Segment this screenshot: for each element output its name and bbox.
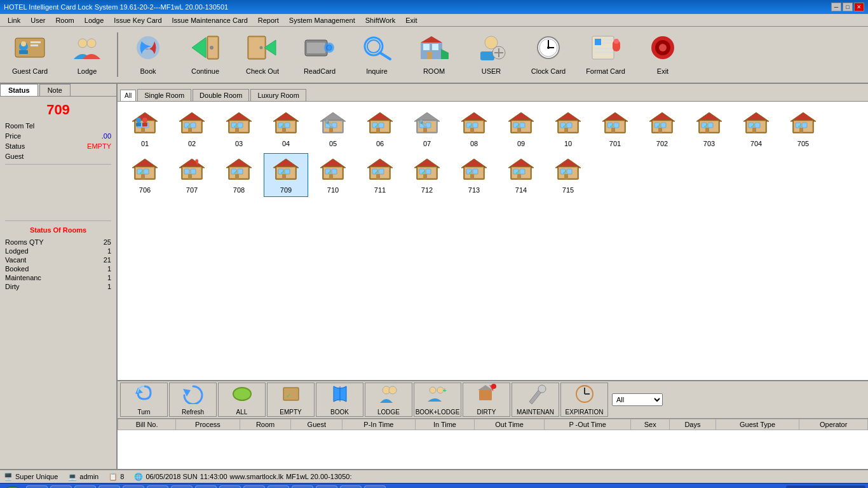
menu-item-issue-maintenance-card[interactable]: Issue Maintenance Card xyxy=(167,16,253,25)
bottom-btn-all[interactable]: ALL xyxy=(218,383,266,417)
filter-tab-double-room[interactable]: Double Room xyxy=(193,89,249,101)
bottom-btn-refresh[interactable]: Refresh xyxy=(169,383,217,417)
bottom-btn-turn[interactable]: Turn xyxy=(120,383,168,417)
menu-item-report[interactable]: Report xyxy=(253,16,284,25)
toolbar-icon-exit xyxy=(647,35,679,66)
room-number-05: 05 xyxy=(329,140,337,147)
toolbar-icon-continue xyxy=(189,35,221,66)
bottom-btn-maintenance[interactable]: MAINTENAN xyxy=(512,383,559,417)
bottom-btn-book[interactable]: BOOK xyxy=(316,383,363,417)
room-cell-707[interactable]: 707 xyxy=(170,153,214,197)
taskbar-app-app2[interactable]: 🟡 xyxy=(364,485,386,489)
toolbar-btn-user[interactable]: USER xyxy=(463,29,520,81)
status-icon1: 🖥️ xyxy=(4,473,13,481)
room-cell-711[interactable]: ✓ 711 xyxy=(358,153,402,197)
menu-item-system-management[interactable]: System Management xyxy=(284,16,360,25)
room-cell-703[interactable]: ✓ 703 xyxy=(687,107,731,151)
room-cell-05[interactable]: 🔧 05 xyxy=(311,107,355,151)
room-cell-710[interactable]: ✓ 710 xyxy=(311,153,355,197)
taskbar-app-explorer[interactable]: 📁 xyxy=(26,485,48,489)
svg-rect-5 xyxy=(19,50,28,54)
room-cell-09[interactable]: ✓ 09 xyxy=(499,107,543,151)
bottom-btn-expiration[interactable]: EXPIRATION xyxy=(560,383,608,417)
close-button[interactable]: ✕ xyxy=(854,3,864,11)
tab-status[interactable]: Status xyxy=(0,84,38,96)
room-icon-706: ✓ xyxy=(131,156,159,185)
toolbar-btn-continue[interactable]: Continue xyxy=(177,29,234,81)
taskbar-app-photoshop[interactable]: 🖼️ xyxy=(74,485,96,489)
taskbar-app-network[interactable]: 🌐 xyxy=(171,485,193,489)
svg-rect-43 xyxy=(595,48,613,50)
toolbar-btn-clockcard[interactable]: Clock Card xyxy=(520,29,577,81)
room-cell-08[interactable]: ✓ 08 xyxy=(452,107,496,151)
toolbar-btn-room[interactable]: ROOM xyxy=(405,29,463,81)
room-cell-07[interactable]: 🔧 07 xyxy=(405,107,449,151)
toolbar-btn-checkout[interactable]: Check Out xyxy=(234,29,291,81)
filter-tab-luxury-room[interactable]: Luxury Room xyxy=(250,89,306,101)
room-cell-708[interactable]: ✓ 708 xyxy=(217,153,261,197)
menu-item-exit[interactable]: Exit xyxy=(400,16,422,25)
room-cell-704[interactable]: ✓ 704 xyxy=(734,107,778,151)
room-icon-02: ✓ xyxy=(178,110,206,139)
room-cell-02[interactable]: ✓ 02 xyxy=(170,107,214,151)
toolbar-label-readcard: ReadCard xyxy=(304,67,336,75)
maximize-button[interactable]: □ xyxy=(843,3,853,11)
taskbar-app-chrome[interactable]: 🌀 xyxy=(195,485,217,489)
toolbar-btn-readcard[interactable]: ReadCard xyxy=(291,29,348,81)
room-cell-10[interactable]: ✓ 10 xyxy=(546,107,590,151)
taskbar-app-word[interactable]: 📝 xyxy=(268,485,289,489)
menu-item-issue-key-card[interactable]: Issue Key Card xyxy=(109,16,166,25)
toolbar-btn-guest-card[interactable]: Guest Card xyxy=(1,29,58,81)
taskbar-app-maps[interactable]: 🗺️ xyxy=(292,485,313,489)
room-cell-04[interactable]: ✓ 04 xyxy=(264,107,308,151)
title-bar-controls: ─ □ ✕ xyxy=(831,3,864,11)
room-cell-705[interactable]: ✓ 705 xyxy=(781,107,825,151)
taskbar-app-skype[interactable]: 💬 xyxy=(243,485,265,489)
room-cell-03[interactable]: ✓ 03 xyxy=(217,107,261,151)
bottom-btn-lodge[interactable]: LODGE xyxy=(365,383,412,417)
taskbar-app-firefox[interactable]: 🦊 xyxy=(98,485,120,489)
title-bar-text: HOTEL Intelligent Card Lock System 19.61… xyxy=(4,3,228,11)
bottom-btn-booklodge[interactable]: +BOOK+LODGE xyxy=(414,383,461,417)
menu-item-lodge[interactable]: Lodge xyxy=(79,16,109,25)
room-cell-713[interactable]: ✓ 713 xyxy=(452,153,496,197)
menu-item-link[interactable]: Link xyxy=(3,16,25,25)
toolbar-btn-inquire[interactable]: Inquire xyxy=(348,29,405,81)
bottom-btn-empty[interactable]: ✓EMPTY xyxy=(267,383,315,417)
price-value: .00 xyxy=(102,132,111,140)
svg-text:✓: ✓ xyxy=(468,123,473,129)
room-cell-01[interactable]: 01 xyxy=(123,107,167,151)
filter-tab-single-room[interactable]: Single Room xyxy=(137,89,191,101)
toolbar-btn-formatcard[interactable]: Format Card xyxy=(577,29,634,81)
svg-rect-41 xyxy=(602,39,613,41)
tab-note[interactable]: Note xyxy=(39,84,71,96)
status-bar: 🖥️ Super Unique 💻 admin 📋 8 🌐 06/05/2018… xyxy=(0,469,868,483)
toolbar-btn-book[interactable]: Book xyxy=(119,29,177,81)
taskbar-app-acrobat[interactable]: 📕 xyxy=(50,485,72,489)
menu-item-user[interactable]: User xyxy=(25,16,50,25)
filter-tab-all[interactable]: All xyxy=(120,90,136,101)
status-value: EMPTY xyxy=(87,142,111,150)
taskbar-app-media[interactable]: ▶️ xyxy=(123,485,144,489)
toolbar-btn-exit[interactable]: Exit xyxy=(634,29,691,81)
bottom-btn-dirty[interactable]: DIRTY xyxy=(463,383,510,417)
taskbar-app-calc[interactable]: 🧮 xyxy=(316,485,337,489)
menu-item-shiftwork[interactable]: ShiftWork xyxy=(360,16,400,25)
room-cell-06[interactable]: ✓ 06 xyxy=(358,107,402,151)
taskbar-app-note[interactable]: 📒 xyxy=(340,485,362,489)
minimize-button[interactable]: ─ xyxy=(831,3,841,11)
room-number-709: 709 xyxy=(280,186,292,194)
menu-item-room[interactable]: Room xyxy=(50,16,79,25)
divider1 xyxy=(5,164,111,165)
room-cell-715[interactable]: ✓ 715 xyxy=(546,153,590,197)
room-cell-714[interactable]: ✓ 714 xyxy=(499,153,543,197)
room-cell-706[interactable]: ✓ 706 xyxy=(123,153,167,197)
room-cell-712[interactable]: ✓ 712 xyxy=(405,153,449,197)
room-cell-701[interactable]: ✓ 701 xyxy=(593,107,637,151)
taskbar-app-illustrator[interactable]: ✒️ xyxy=(147,485,168,489)
room-cell-702[interactable]: ✓ 702 xyxy=(640,107,684,151)
taskbar-app-ie[interactable]: 🌐 xyxy=(219,485,241,489)
toolbar-btn-lodge[interactable]: Lodge xyxy=(58,29,116,81)
room-cell-709[interactable]: ✓ 709 xyxy=(264,153,308,197)
filter-dropdown-select[interactable]: All xyxy=(612,393,663,406)
